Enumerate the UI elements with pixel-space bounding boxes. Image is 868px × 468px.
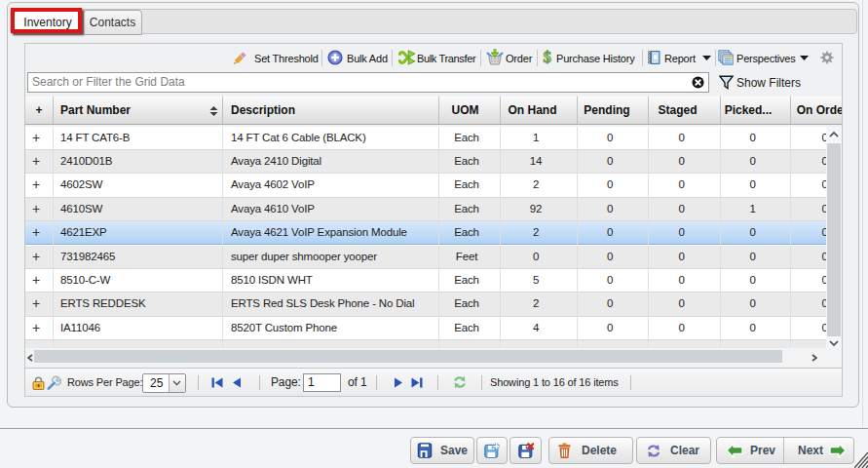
svg-text:$: $ bbox=[544, 49, 552, 65]
